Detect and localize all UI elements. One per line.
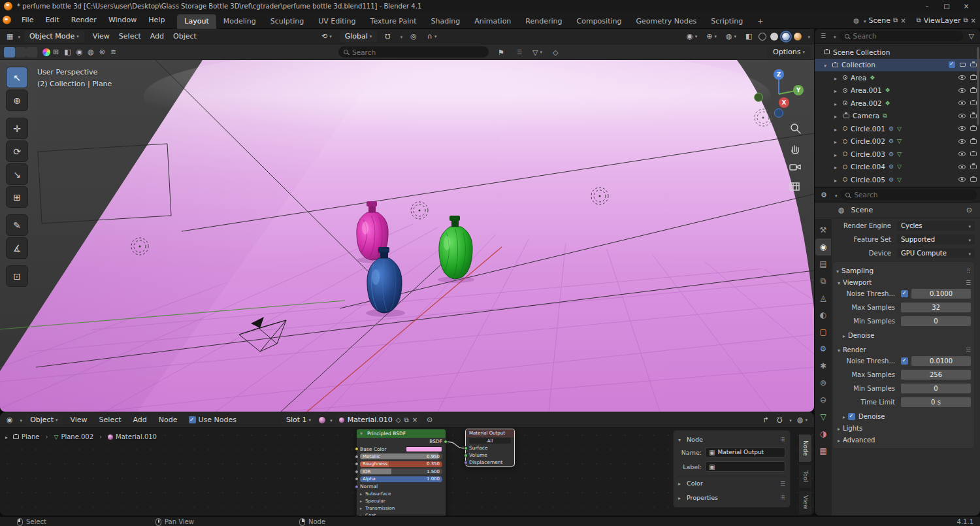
editor-type-icon[interactable]: ▦: [4, 32, 16, 41]
tab-view-layer[interactable]: ⧉: [815, 272, 831, 289]
tab-world[interactable]: ◐: [815, 306, 831, 323]
tab-output[interactable]: ▤: [815, 255, 831, 272]
surface-socket[interactable]: [464, 446, 468, 450]
remove-viewlayer-icon[interactable]: ×: [971, 17, 976, 24]
select-mode-extend-button[interactable]: [15, 47, 26, 58]
render-visibility-icon[interactable]: [970, 88, 977, 93]
sidebar-tab-tool[interactable]: Tool: [799, 465, 811, 488]
tab-material[interactable]: ◑: [815, 425, 831, 442]
node-material-output[interactable]: Material Output All Surface Volume Displ…: [465, 429, 515, 467]
select-mode-new-button[interactable]: [4, 47, 15, 58]
snap-magnet-icon[interactable]: Ω: [382, 32, 393, 41]
workspace-tab-scripting[interactable]: Scripting: [704, 14, 750, 29]
bookmark-icon[interactable]: ⚑: [495, 48, 507, 57]
node-label-field[interactable]: ▣: [705, 461, 785, 472]
tool-icon-4[interactable]: ◍: [85, 48, 97, 56]
denoise-checkbox[interactable]: [848, 413, 855, 420]
workspace-tab-uv-editing[interactable]: UV Editing: [311, 14, 363, 29]
menu-icon[interactable]: [780, 480, 785, 487]
visibility-icon[interactable]: ◉: [684, 32, 700, 41]
eye-icon[interactable]: [958, 139, 966, 144]
viewport-canvas[interactable]: Z Y X ↖ ⊕ ✛ ⟳ ↘ ⊞ ✎ ∡ ⊡: [0, 60, 814, 412]
device-dropdown[interactable]: GPU Compute: [897, 248, 975, 258]
select-box-tool-button[interactable]: ↖: [6, 67, 28, 88]
tab-scene[interactable]: ◬: [815, 289, 831, 306]
base-color-socket[interactable]: [355, 447, 359, 451]
viewport-denoise-header[interactable]: Denoise: [843, 329, 971, 341]
overlays-icon[interactable]: ◍: [723, 32, 739, 41]
properties-section[interactable]: Properties: [678, 490, 785, 504]
outliner-item-circle005[interactable]: Circle.005 ⚙ ▽: [815, 173, 980, 186]
material-name-field[interactable]: Material.010 ◇ ⧉ ×: [335, 414, 421, 426]
outliner-item-circle004[interactable]: Circle.004 ⚙ ▽: [815, 161, 980, 174]
gizmos-icon[interactable]: ⊕: [704, 32, 719, 41]
tab-object[interactable]: ▢: [815, 323, 831, 340]
editor-type-icon[interactable]: ⚙: [818, 191, 830, 199]
eye-icon[interactable]: [958, 177, 966, 182]
subsurface-section[interactable]: Subsurface: [357, 491, 446, 498]
outliner-scene-collection[interactable]: Scene Collection: [815, 46, 980, 59]
filter-funnel-icon[interactable]: ▽: [530, 48, 545, 57]
expand-icon[interactable]: [834, 99, 840, 107]
specular-section[interactable]: Specular: [357, 498, 446, 505]
select-mode-subtract-button[interactable]: [26, 47, 37, 58]
annotate-tool-button[interactable]: ✎: [6, 214, 28, 236]
expand-icon[interactable]: [834, 86, 840, 94]
tab-modifiers[interactable]: ⚙: [815, 340, 831, 357]
viewport-menu-select[interactable]: Select: [114, 32, 146, 41]
alpha-slider[interactable]: Alpha1.000: [360, 476, 442, 482]
eye-icon[interactable]: [958, 152, 966, 156]
unlink-scene-icon[interactable]: ×: [900, 17, 906, 24]
new-scene-icon[interactable]: ⧉: [893, 16, 898, 24]
outliner-item-circle003[interactable]: Circle.003 ⚙ ▽: [815, 148, 980, 161]
displacement-socket[interactable]: [464, 461, 468, 465]
menu-render[interactable]: Render: [65, 12, 103, 28]
workspace-tab-sculpting[interactable]: Sculpting: [263, 14, 311, 29]
transform-tool-button[interactable]: ⊞: [6, 186, 28, 208]
eye-icon[interactable]: [958, 126, 966, 131]
output-target-dropdown[interactable]: All: [469, 438, 511, 444]
coat-section[interactable]: Coat: [357, 512, 446, 516]
node-name-field[interactable]: ▣ Material Output: [705, 447, 785, 457]
workspace-tab-texture-paint[interactable]: Texture Paint: [363, 14, 424, 29]
new-viewlayer-icon[interactable]: ⧉: [963, 16, 968, 24]
cursor-tool-button[interactable]: ⊕: [6, 90, 28, 111]
shader-menu-view[interactable]: View: [65, 416, 91, 424]
render-engine-dropdown[interactable]: Cycles: [897, 221, 975, 231]
metallic-slider[interactable]: Metallic0.950: [360, 453, 442, 459]
render-visibility-icon[interactable]: [970, 63, 977, 67]
render-max-samples-field[interactable]: 256: [901, 370, 971, 380]
shader-menu-select[interactable]: Select: [95, 416, 126, 424]
expand-icon[interactable]: [834, 74, 840, 82]
viewport-min-samples-field[interactable]: 0: [901, 316, 971, 326]
eye-icon[interactable]: [958, 88, 966, 93]
sidebar-tab-node[interactable]: Node: [799, 435, 811, 462]
preset-menu-icon[interactable]: [966, 279, 971, 286]
tab-tool[interactable]: ⚒: [815, 222, 831, 238]
feature-set-dropdown[interactable]: Supported: [897, 235, 975, 244]
matcap-icon[interactable]: [42, 48, 50, 56]
tool-icon-6[interactable]: ≋: [108, 48, 119, 56]
render-visibility-icon[interactable]: [970, 152, 977, 156]
render-visibility-icon[interactable]: [970, 126, 977, 131]
expand-icon[interactable]: [834, 112, 840, 120]
viewport-menu-object[interactable]: Object: [169, 32, 201, 41]
xray-toggle-icon[interactable]: ◧: [743, 32, 755, 41]
transform-pivot-icon[interactable]: ⟲: [319, 32, 335, 41]
shader-menu-add[interactable]: Add: [129, 416, 152, 424]
tab-particles[interactable]: ✱: [815, 357, 831, 374]
expand-icon[interactable]: [834, 176, 840, 184]
properties-search-input[interactable]: [854, 191, 972, 199]
tool-icon-1[interactable]: ⊞: [50, 48, 61, 56]
render-denoise-header[interactable]: Denoise: [843, 410, 971, 422]
node-principled-bsdf[interactable]: Principled BSDF BSDF Base Color Metallic…: [356, 429, 446, 516]
workspace-tab-modeling[interactable]: Modeling: [216, 14, 263, 29]
transmission-section[interactable]: Transmission: [357, 505, 446, 512]
shading-wireframe-button[interactable]: [759, 33, 766, 41]
outliner-scrollbar[interactable]: [977, 47, 979, 125]
outliner-collection[interactable]: Collection: [815, 59, 980, 72]
viewport-3d[interactable]: ▦ Object Mode View Select Add Object ⟲ G…: [0, 29, 814, 412]
workspace-tab-rendering[interactable]: Rendering: [518, 14, 569, 29]
workspace-tab-compositing[interactable]: Compositing: [570, 14, 629, 29]
volume-socket[interactable]: [464, 453, 468, 457]
